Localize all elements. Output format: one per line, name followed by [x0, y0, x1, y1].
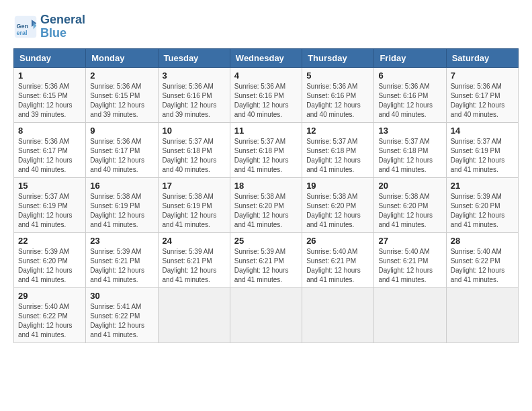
- day-number: 5: [306, 71, 369, 81]
- calendar-week-row: 22Sunrise: 5:39 AMSunset: 6:20 PMDayligh…: [14, 232, 519, 287]
- weekday-header-thursday: Thursday: [302, 48, 374, 67]
- day-number: 11: [234, 126, 298, 136]
- day-number: 19: [306, 181, 369, 191]
- day-number: 22: [18, 236, 81, 246]
- weekday-header-row: SundayMondayTuesdayWednesdayThursdayFrid…: [14, 48, 519, 67]
- day-info: Sunrise: 5:38 AMSunset: 6:20 PMDaylight:…: [234, 192, 298, 230]
- calendar-day-cell: 3Sunrise: 5:36 AMSunset: 6:16 PMDaylight…: [158, 67, 230, 122]
- calendar-day-cell: 17Sunrise: 5:38 AMSunset: 6:19 PMDayligh…: [158, 177, 230, 232]
- calendar-day-cell: 1Sunrise: 5:36 AMSunset: 6:15 PMDaylight…: [14, 67, 86, 122]
- day-number: 13: [378, 126, 441, 136]
- day-number: 16: [90, 181, 153, 191]
- day-number: 6: [378, 71, 441, 81]
- calendar-week-row: 15Sunrise: 5:37 AMSunset: 6:19 PMDayligh…: [14, 177, 519, 232]
- day-info: Sunrise: 5:36 AMSunset: 6:15 PMDaylight:…: [18, 82, 81, 120]
- calendar-day-cell: 30Sunrise: 5:41 AMSunset: 6:22 PMDayligh…: [86, 287, 158, 342]
- calendar: SundayMondayTuesdayWednesdayThursdayFrid…: [13, 48, 519, 343]
- day-info: Sunrise: 5:40 AMSunset: 6:22 PMDaylight:…: [451, 247, 514, 285]
- calendar-day-cell: 5Sunrise: 5:36 AMSunset: 6:16 PMDaylight…: [302, 67, 374, 122]
- calendar-day-cell: 4Sunrise: 5:36 AMSunset: 6:16 PMDaylight…: [230, 67, 302, 122]
- weekday-header-wednesday: Wednesday: [230, 48, 302, 67]
- day-info: Sunrise: 5:38 AMSunset: 6:19 PMDaylight:…: [90, 192, 153, 230]
- logo-icon: Gen eral: [13, 15, 38, 39]
- calendar-day-cell: 24Sunrise: 5:39 AMSunset: 6:21 PMDayligh…: [158, 232, 230, 287]
- day-info: Sunrise: 5:36 AMSunset: 6:16 PMDaylight:…: [234, 82, 298, 120]
- calendar-day-cell: 8Sunrise: 5:36 AMSunset: 6:17 PMDaylight…: [14, 122, 86, 177]
- calendar-day-cell: 22Sunrise: 5:39 AMSunset: 6:20 PMDayligh…: [14, 232, 86, 287]
- calendar-day-cell: 2Sunrise: 5:36 AMSunset: 6:15 PMDaylight…: [86, 67, 158, 122]
- day-number: 7: [451, 71, 514, 81]
- weekday-header-monday: Monday: [86, 48, 158, 67]
- calendar-day-cell: 25Sunrise: 5:39 AMSunset: 6:21 PMDayligh…: [230, 232, 302, 287]
- svg-text:Gen: Gen: [17, 23, 29, 30]
- day-number: 17: [163, 181, 226, 191]
- day-number: 23: [90, 236, 153, 246]
- day-number: 8: [18, 126, 81, 136]
- logo-general-text: General: [40, 13, 85, 27]
- day-info: Sunrise: 5:40 AMSunset: 6:21 PMDaylight:…: [306, 247, 369, 285]
- day-info: Sunrise: 5:37 AMSunset: 6:18 PMDaylight:…: [163, 137, 226, 175]
- day-info: Sunrise: 5:37 AMSunset: 6:19 PMDaylight:…: [451, 137, 514, 175]
- calendar-day-cell: [374, 287, 446, 342]
- calendar-day-cell: 19Sunrise: 5:38 AMSunset: 6:20 PMDayligh…: [302, 177, 374, 232]
- calendar-day-cell: 16Sunrise: 5:38 AMSunset: 6:19 PMDayligh…: [86, 177, 158, 232]
- day-info: Sunrise: 5:36 AMSunset: 6:16 PMDaylight:…: [306, 82, 369, 120]
- weekday-header-saturday: Saturday: [446, 48, 518, 67]
- day-info: Sunrise: 5:36 AMSunset: 6:16 PMDaylight:…: [378, 82, 441, 120]
- calendar-day-cell: 20Sunrise: 5:38 AMSunset: 6:20 PMDayligh…: [374, 177, 446, 232]
- logo: Gen eral General Blue: [13, 13, 85, 40]
- day-number: 4: [234, 71, 298, 81]
- day-info: Sunrise: 5:40 AMSunset: 6:22 PMDaylight:…: [18, 302, 81, 340]
- day-number: 21: [451, 181, 514, 191]
- day-number: 1: [18, 71, 81, 81]
- day-info: Sunrise: 5:39 AMSunset: 6:21 PMDaylight:…: [163, 247, 226, 285]
- day-info: Sunrise: 5:37 AMSunset: 6:18 PMDaylight:…: [234, 137, 298, 175]
- calendar-day-cell: 6Sunrise: 5:36 AMSunset: 6:16 PMDaylight…: [374, 67, 446, 122]
- day-info: Sunrise: 5:36 AMSunset: 6:17 PMDaylight:…: [90, 137, 153, 175]
- calendar-day-cell: [158, 287, 230, 342]
- calendar-day-cell: 10Sunrise: 5:37 AMSunset: 6:18 PMDayligh…: [158, 122, 230, 177]
- day-info: Sunrise: 5:38 AMSunset: 6:20 PMDaylight:…: [378, 192, 441, 230]
- calendar-day-cell: 13Sunrise: 5:37 AMSunset: 6:18 PMDayligh…: [374, 122, 446, 177]
- calendar-day-cell: 27Sunrise: 5:40 AMSunset: 6:21 PMDayligh…: [374, 232, 446, 287]
- day-number: 28: [451, 236, 514, 246]
- calendar-day-cell: 18Sunrise: 5:38 AMSunset: 6:20 PMDayligh…: [230, 177, 302, 232]
- day-info: Sunrise: 5:39 AMSunset: 6:20 PMDaylight:…: [451, 192, 514, 230]
- calendar-day-cell: 28Sunrise: 5:40 AMSunset: 6:22 PMDayligh…: [446, 232, 518, 287]
- calendar-day-cell: 11Sunrise: 5:37 AMSunset: 6:18 PMDayligh…: [230, 122, 302, 177]
- calendar-day-cell: 12Sunrise: 5:37 AMSunset: 6:18 PMDayligh…: [302, 122, 374, 177]
- day-info: Sunrise: 5:39 AMSunset: 6:20 PMDaylight:…: [18, 247, 81, 285]
- weekday-header-sunday: Sunday: [14, 48, 86, 67]
- calendar-day-cell: [302, 287, 374, 342]
- calendar-day-cell: 21Sunrise: 5:39 AMSunset: 6:20 PMDayligh…: [446, 177, 518, 232]
- day-number: 26: [306, 236, 369, 246]
- calendar-day-cell: 7Sunrise: 5:36 AMSunset: 6:17 PMDaylight…: [446, 67, 518, 122]
- calendar-day-cell: 29Sunrise: 5:40 AMSunset: 6:22 PMDayligh…: [14, 287, 86, 342]
- day-info: Sunrise: 5:37 AMSunset: 6:18 PMDaylight:…: [306, 137, 369, 175]
- logo-blue-text: Blue: [40, 27, 85, 40]
- day-number: 29: [18, 291, 81, 301]
- day-number: 15: [18, 181, 81, 191]
- day-info: Sunrise: 5:36 AMSunset: 6:17 PMDaylight:…: [18, 137, 81, 175]
- calendar-day-cell: 9Sunrise: 5:36 AMSunset: 6:17 PMDaylight…: [86, 122, 158, 177]
- day-info: Sunrise: 5:39 AMSunset: 6:21 PMDaylight:…: [234, 247, 298, 285]
- day-info: Sunrise: 5:38 AMSunset: 6:19 PMDaylight:…: [163, 192, 226, 230]
- day-info: Sunrise: 5:39 AMSunset: 6:21 PMDaylight:…: [90, 247, 153, 285]
- calendar-day-cell: 26Sunrise: 5:40 AMSunset: 6:21 PMDayligh…: [302, 232, 374, 287]
- day-number: 2: [90, 71, 153, 81]
- day-info: Sunrise: 5:40 AMSunset: 6:21 PMDaylight:…: [378, 247, 441, 285]
- calendar-day-cell: 14Sunrise: 5:37 AMSunset: 6:19 PMDayligh…: [446, 122, 518, 177]
- calendar-week-row: 29Sunrise: 5:40 AMSunset: 6:22 PMDayligh…: [14, 287, 519, 342]
- calendar-day-cell: 15Sunrise: 5:37 AMSunset: 6:19 PMDayligh…: [14, 177, 86, 232]
- day-info: Sunrise: 5:36 AMSunset: 6:15 PMDaylight:…: [90, 82, 153, 120]
- day-info: Sunrise: 5:41 AMSunset: 6:22 PMDaylight:…: [90, 302, 153, 340]
- calendar-day-cell: [446, 287, 518, 342]
- day-number: 27: [378, 236, 441, 246]
- day-info: Sunrise: 5:38 AMSunset: 6:20 PMDaylight:…: [306, 192, 369, 230]
- day-info: Sunrise: 5:37 AMSunset: 6:19 PMDaylight:…: [18, 192, 81, 230]
- day-number: 18: [234, 181, 298, 191]
- day-number: 9: [90, 126, 153, 136]
- calendar-week-row: 8Sunrise: 5:36 AMSunset: 6:17 PMDaylight…: [14, 122, 519, 177]
- calendar-day-cell: 23Sunrise: 5:39 AMSunset: 6:21 PMDayligh…: [86, 232, 158, 287]
- day-info: Sunrise: 5:36 AMSunset: 6:17 PMDaylight:…: [451, 82, 514, 120]
